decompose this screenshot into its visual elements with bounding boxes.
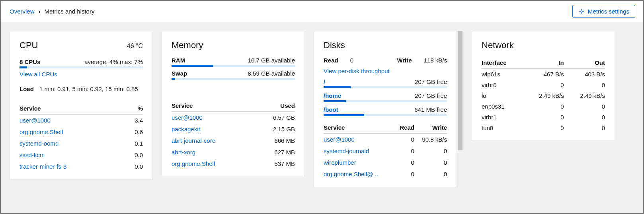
- cell-value: 2.15 GB: [254, 123, 295, 135]
- ram-label: RAM: [172, 57, 185, 64]
- cell-value: 0: [395, 168, 414, 180]
- table-row: abrt-journal-core666 MB: [172, 135, 295, 146]
- mem-th-used: Used: [254, 100, 295, 112]
- cpu-avg-max: average: 4% max: 7%: [84, 58, 143, 65]
- cell-value: 2.49 kB/s: [523, 90, 564, 101]
- cell-value: 0.0: [125, 161, 143, 172]
- mount-link[interactable]: /: [324, 78, 325, 85]
- iface-name: virbr0: [482, 80, 523, 90]
- table-row: virbr100: [482, 112, 605, 123]
- cards-container: CPU 46 °C 8 CPUs average: 4% max: 7% Vie…: [1, 22, 643, 212]
- mem-th-service: Service: [172, 100, 254, 112]
- cpu-usage-bar: [20, 66, 143, 68]
- mount-free: 207 GB free: [415, 78, 447, 85]
- disks-scroll-thumb[interactable]: [458, 31, 463, 150]
- cell-value: 0: [564, 80, 605, 90]
- cell-value: 0: [523, 112, 564, 123]
- mount-bar: [324, 114, 447, 116]
- ram-available: 10.7 GB available: [248, 57, 295, 64]
- cpu-load-values: 1 min: 0.91, 5 min: 0.92, 15 min: 0.85: [39, 86, 138, 92]
- disk-mount: /home207 GB free: [324, 92, 447, 102]
- cell-value: 0: [564, 112, 605, 123]
- swap-available: 8.59 GB available: [248, 70, 295, 77]
- service-link[interactable]: org.gnome.Shell: [172, 160, 215, 167]
- breadcrumb: Overview › Metrics and history: [10, 8, 94, 15]
- disk-service-table: Service Read Write user@1000090.8 kB/ssy…: [324, 122, 447, 180]
- swap-label: Swap: [172, 70, 187, 77]
- cell-value: 0: [564, 123, 605, 133]
- memory-card: Memory RAM 10.7 GB available Swap 8.59 G…: [162, 31, 305, 177]
- disks-card: Disks Read0 Write118 kB/s View per-disk …: [314, 31, 457, 187]
- table-row: enp0s3100: [482, 101, 605, 112]
- swap-bar: [172, 78, 295, 80]
- cell-value: 0: [564, 101, 605, 112]
- cell-value: 0: [395, 145, 414, 157]
- table-row: wlp61s467 B/s403 B/s: [482, 69, 605, 80]
- cell-value: 0.6: [125, 126, 143, 138]
- cell-value: 6.57 GB: [254, 112, 295, 124]
- cpu-th-pct: %: [125, 103, 143, 115]
- table-row: wireplumber00: [324, 157, 447, 168]
- service-link[interactable]: org.gnome.Shell@...: [324, 171, 378, 177]
- view-per-disk-link[interactable]: View per-disk throughput: [324, 68, 390, 74]
- table-row: abrt-xorg627 MB: [172, 146, 295, 158]
- cpu-card: CPU 46 °C 8 CPUs average: 4% max: 7% Vie…: [10, 31, 153, 180]
- mount-fill: [324, 100, 346, 102]
- disk-th-service: Service: [324, 122, 395, 134]
- cell-value: 0: [523, 123, 564, 133]
- iface-name: wlp61s: [482, 69, 523, 80]
- cell-value: 0: [414, 145, 447, 157]
- cell-value: 0: [395, 157, 414, 168]
- table-row: user@10003.4: [20, 115, 143, 126]
- service-link[interactable]: systemd-journald: [324, 148, 369, 154]
- service-link[interactable]: org.gnome.Shell: [20, 128, 63, 135]
- cpu-service-table: Service % user@10003.4org.gnome.Shell0.6…: [20, 103, 143, 172]
- cell-value: 2.49 kB/s: [564, 90, 605, 101]
- network-title: Network: [482, 40, 605, 51]
- service-link[interactable]: abrt-xorg: [172, 149, 195, 156]
- disk-mount: /207 GB free: [324, 78, 447, 88]
- table-row: systemd-oomd0.1: [20, 138, 143, 149]
- service-link[interactable]: wireplumber: [324, 159, 356, 166]
- table-row: packagekit2.15 GB: [172, 123, 295, 135]
- service-link[interactable]: systemd-oomd: [20, 140, 59, 147]
- table-row: org.gnome.Shell537 MB: [172, 158, 295, 169]
- metrics-settings-button[interactable]: Metrics settings: [572, 5, 635, 18]
- disks-scrollbar[interactable]: [457, 31, 463, 187]
- iface-name: tun0: [482, 123, 523, 133]
- cpu-th-service: Service: [20, 103, 125, 115]
- mount-fill: [324, 114, 364, 116]
- iface-name: enp0s31: [482, 101, 523, 112]
- table-row: user@10006.57 GB: [172, 112, 295, 124]
- table-row: systemd-journald00: [324, 145, 447, 157]
- service-link[interactable]: user@1000: [20, 117, 51, 124]
- view-all-cpus-link[interactable]: View all CPUs: [20, 71, 57, 78]
- cell-value: 0.0: [125, 149, 143, 161]
- service-link[interactable]: packagekit: [172, 126, 200, 132]
- service-link[interactable]: user@1000: [324, 136, 355, 143]
- chevron-right-icon: ›: [39, 8, 41, 15]
- cell-value: 666 MB: [254, 135, 295, 146]
- network-table: Interface In Out wlp61s467 B/s403 B/svir…: [482, 57, 605, 133]
- mount-link[interactable]: /home: [324, 92, 341, 99]
- table-row: org.gnome.Shell@...00: [324, 168, 447, 180]
- breadcrumb-current: Metrics and history: [45, 8, 95, 15]
- cpu-usage-fill: [20, 66, 27, 68]
- topbar: Overview › Metrics and history Metrics s…: [1, 1, 643, 22]
- disk-read-val: 0: [350, 57, 353, 64]
- mount-link[interactable]: /boot: [324, 106, 338, 113]
- table-row: org.gnome.Shell0.6: [20, 126, 143, 138]
- disks-title: Disks: [324, 40, 447, 51]
- swap-fill: [172, 78, 175, 80]
- service-link[interactable]: user@1000: [172, 114, 203, 121]
- ram-bar: [172, 65, 295, 67]
- svg-point-0: [581, 10, 582, 12]
- breadcrumb-overview-link[interactable]: Overview: [10, 8, 35, 15]
- cpu-temp: 46 °C: [127, 43, 143, 50]
- cpu-count: 8 CPUs: [20, 58, 41, 65]
- net-th-out: Out: [564, 57, 605, 69]
- service-link[interactable]: sssd-kcm: [20, 152, 45, 158]
- service-link[interactable]: tracker-miner-fs-3: [20, 163, 66, 170]
- cell-value: 3.4: [125, 115, 143, 126]
- service-link[interactable]: abrt-journal-core: [172, 137, 215, 144]
